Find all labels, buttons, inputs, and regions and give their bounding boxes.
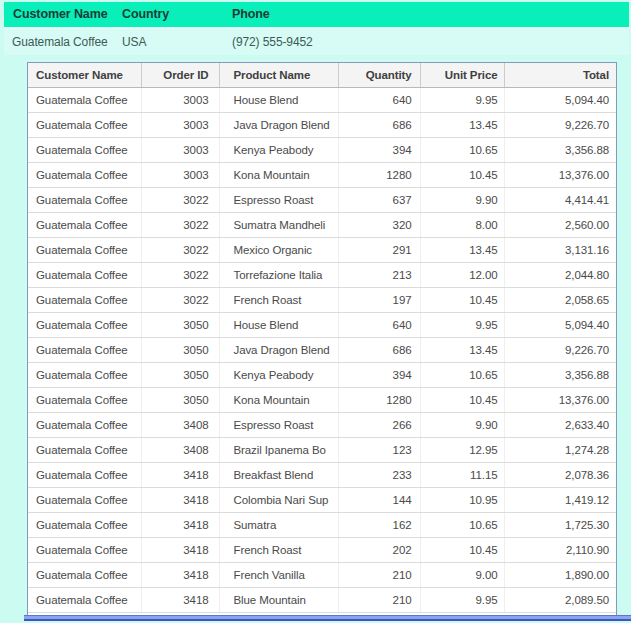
cell-product-name[interactable]: Brazil Ipanema Bo [219,438,338,463]
cell-customer-name[interactable]: Guatemala Coffee [28,138,141,163]
cell-quantity[interactable]: 686 [338,113,420,138]
cell-order-id[interactable]: 3003 [141,138,219,163]
cell-quantity[interactable]: 1280 [338,388,420,413]
cell-order-id[interactable]: 3050 [141,388,219,413]
cell-product-name[interactable]: Sumatra Mandheli [219,213,338,238]
table-row[interactable]: Guatemala Coffee 3003 House Blend 640 9.… [28,88,616,113]
cell-quantity[interactable]: 197 [338,288,420,313]
cell-customer-name[interactable]: Guatemala Coffee [28,438,141,463]
cell-order-id[interactable]: 3003 [141,163,219,188]
cell-order-id[interactable]: 3003 [141,113,219,138]
cell-quantity[interactable]: 123 [338,438,420,463]
cell-unit-price[interactable]: 12.00 [420,263,504,288]
cell-product-name[interactable]: Sumatra [219,513,338,538]
table-row[interactable]: Guatemala Coffee 3050 Kenya Peabody 394 … [28,363,616,388]
cell-customer-name[interactable]: Guatemala Coffee [28,113,141,138]
cell-unit-price[interactable]: 9.90 [420,188,504,213]
cell-order-id[interactable]: 3418 [141,463,219,488]
table-row[interactable]: Guatemala Coffee 3418 Blue Mountain 210 … [28,588,616,613]
table-row[interactable]: Guatemala Coffee 3408 Brazil Ipanema Bo … [28,438,616,463]
cell-total[interactable]: 4,414.41 [504,188,616,213]
cell-quantity[interactable]: 394 [338,363,420,388]
summary-header-phone[interactable]: Phone [232,2,270,27]
cell-quantity[interactable]: 210 [338,563,420,588]
cell-quantity[interactable]: 210 [338,588,420,613]
cell-customer-name[interactable]: Guatemala Coffee [28,588,141,613]
cell-total[interactable]: 2,633.40 [504,413,616,438]
column-header-quantity[interactable]: Quantity [338,63,420,88]
cell-quantity[interactable]: 233 [338,463,420,488]
cell-quantity[interactable]: 320 [338,213,420,238]
cell-customer-name[interactable]: Guatemala Coffee [28,313,141,338]
cell-total[interactable]: 5,094.40 [504,313,616,338]
column-header-customer-name[interactable]: Customer Name [28,63,141,88]
cell-quantity[interactable]: 291 [338,238,420,263]
cell-quantity[interactable]: 162 [338,513,420,538]
column-header-total[interactable]: Total [504,63,616,88]
cell-total[interactable]: 2,110.90 [504,538,616,563]
table-row[interactable]: Guatemala Coffee 3003 Kona Mountain 1280… [28,163,616,188]
cell-total[interactable]: 2,560.00 [504,213,616,238]
cell-order-id[interactable]: 3022 [141,213,219,238]
cell-order-id[interactable]: 3050 [141,338,219,363]
cell-total[interactable]: 3,356.88 [504,363,616,388]
cell-customer-name[interactable]: Guatemala Coffee [28,288,141,313]
cell-quantity[interactable]: 144 [338,488,420,513]
cell-unit-price[interactable]: 10.45 [420,388,504,413]
summary-header-country[interactable]: Country [122,2,169,27]
cell-total[interactable]: 2,058.65 [504,288,616,313]
cell-customer-name[interactable]: Guatemala Coffee [28,413,141,438]
cell-total[interactable]: 3,356.88 [504,138,616,163]
cell-unit-price[interactable]: 10.45 [420,538,504,563]
summary-country-value[interactable]: USA [122,29,146,55]
cell-quantity[interactable]: 266 [338,413,420,438]
cell-product-name[interactable]: Espresso Roast [219,413,338,438]
cell-customer-name[interactable]: Guatemala Coffee [28,188,141,213]
cell-total[interactable]: 1,419.12 [504,488,616,513]
horizontal-scrollbar[interactable] [24,615,631,621]
cell-product-name[interactable]: House Blend [219,88,338,113]
cell-customer-name[interactable]: Guatemala Coffee [28,488,141,513]
cell-product-name[interactable]: French Roast [219,538,338,563]
cell-product-name[interactable]: French Vanilla [219,563,338,588]
table-row[interactable]: Guatemala Coffee 3022 French Roast 197 1… [28,288,616,313]
cell-order-id[interactable]: 3418 [141,538,219,563]
cell-total[interactable]: 13,376.00 [504,163,616,188]
table-row[interactable]: Guatemala Coffee 3418 French Vanilla 210… [28,563,616,588]
cell-total[interactable]: 1,890.00 [504,563,616,588]
cell-unit-price[interactable]: 13.45 [420,238,504,263]
cell-total[interactable]: 2,078.36 [504,463,616,488]
cell-product-name[interactable]: Kona Mountain [219,163,338,188]
cell-total[interactable]: 1,725.30 [504,513,616,538]
table-row[interactable]: Guatemala Coffee 3418 Sumatra 162 10.65 … [28,513,616,538]
cell-order-id[interactable]: 3050 [141,313,219,338]
cell-unit-price[interactable]: 13.45 [420,338,504,363]
cell-customer-name[interactable]: Guatemala Coffee [28,463,141,488]
cell-total[interactable]: 3,131.16 [504,238,616,263]
cell-order-id[interactable]: 3022 [141,188,219,213]
cell-quantity[interactable]: 686 [338,338,420,363]
column-header-product-name[interactable]: Product Name [219,63,338,88]
cell-product-name[interactable]: Mexico Organic [219,238,338,263]
cell-total[interactable]: 2,089.50 [504,588,616,613]
cell-product-name[interactable]: Java Dragon Blend [219,113,338,138]
cell-unit-price[interactable]: 8.00 [420,213,504,238]
summary-customer-name-value[interactable]: Guatemala Coffee [12,29,108,55]
cell-order-id[interactable]: 3418 [141,513,219,538]
cell-customer-name[interactable]: Guatemala Coffee [28,163,141,188]
cell-product-name[interactable]: Torrefazione Italia [219,263,338,288]
table-row[interactable]: Guatemala Coffee 3418 Colombia Nari Sup … [28,488,616,513]
table-row[interactable]: Guatemala Coffee 3408 Espresso Roast 266… [28,413,616,438]
table-row[interactable]: Guatemala Coffee 3050 Java Dragon Blend … [28,338,616,363]
cell-product-name[interactable]: Java Dragon Blend [219,338,338,363]
cell-product-name[interactable]: French Roast [219,288,338,313]
cell-order-id[interactable]: 3418 [141,488,219,513]
summary-phone-value[interactable]: (972) 555-9452 [232,29,313,55]
table-row[interactable]: Guatemala Coffee 3022 Torrefazione Itali… [28,263,616,288]
cell-unit-price[interactable]: 13.45 [420,113,504,138]
cell-unit-price[interactable]: 9.00 [420,563,504,588]
table-row[interactable]: Guatemala Coffee 3003 Kenya Peabody 394 … [28,138,616,163]
table-row[interactable]: Guatemala Coffee 3022 Sumatra Mandheli 3… [28,213,616,238]
summary-header-customer-name[interactable]: Customer Name [13,2,108,27]
cell-unit-price[interactable]: 12.95 [420,438,504,463]
